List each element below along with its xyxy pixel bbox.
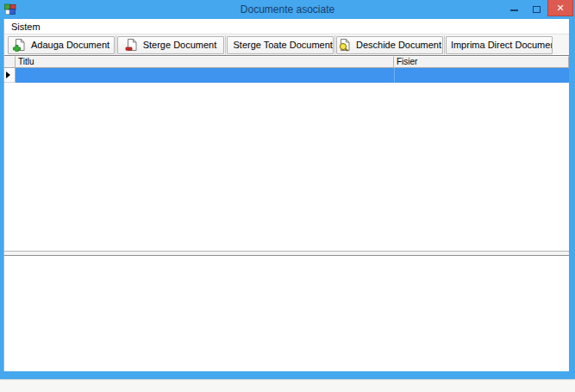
- documents-grid: Titlu Fisier: [4, 55, 569, 251]
- maximize-icon: [533, 6, 541, 13]
- button-label: Deschide Document: [356, 40, 441, 50]
- button-label: Adauga Document: [31, 40, 109, 50]
- menu-item-sistem[interactable]: Sistem: [4, 21, 47, 33]
- menubar: Sistem: [4, 19, 569, 34]
- sterge-toate-documentele-button[interactable]: Sterge Toate Documentele: [227, 36, 334, 54]
- toolbar-separator: [334, 35, 335, 55]
- table-row[interactable]: [4, 68, 569, 83]
- row-selector-header: [4, 56, 16, 68]
- close-icon: ✕: [556, 3, 564, 13]
- minimize-icon: [510, 9, 518, 11]
- document-open-icon: [338, 38, 352, 52]
- imprima-direct-documentul-button[interactable]: Imprima Direct Documentul: [446, 36, 553, 54]
- toolbar: Adauga Document Sterge Document Sterge: [4, 34, 569, 55]
- minimize-button[interactable]: [503, 0, 525, 16]
- desktop: { "colors": { "titlebar": "#45a7ee", "ti…: [0, 0, 575, 392]
- printer-icon: [446, 38, 447, 52]
- dialog-window: Documente asociate ✕ Sistem Adauga Docum…: [0, 0, 575, 379]
- toolbar-separator: [225, 35, 226, 55]
- button-label: Sterge Document: [143, 40, 217, 50]
- app-icon[interactable]: [3, 3, 17, 16]
- document-remove-icon: [125, 38, 139, 52]
- current-row-marker-icon: [6, 72, 10, 78]
- sterge-document-button[interactable]: Sterge Document: [117, 36, 224, 54]
- grid-header: Titlu Fisier: [4, 56, 569, 68]
- window-controls: ✕: [503, 0, 573, 16]
- grid-empty-area: [4, 83, 569, 251]
- row-selector-cell[interactable]: [4, 68, 16, 83]
- button-label: Sterge Toate Documentele: [233, 40, 334, 50]
- button-label: Imprima Direct Documentul: [451, 40, 553, 50]
- document-add-icon: [13, 38, 27, 52]
- preview-panel: [4, 256, 569, 371]
- window-title: Documente asociate: [0, 3, 575, 16]
- cell-titlu[interactable]: [16, 68, 394, 83]
- cell-fisier[interactable]: [394, 68, 569, 83]
- deschide-document-button[interactable]: Deschide Document: [336, 36, 443, 54]
- column-header-titlu[interactable]: Titlu: [16, 56, 394, 68]
- titlebar: Documente asociate ✕: [0, 0, 575, 19]
- document-remove-icon: [227, 38, 228, 52]
- column-header-fisier[interactable]: Fisier: [394, 56, 569, 68]
- maximize-button[interactable]: [525, 0, 547, 16]
- toolbar-separator: [444, 35, 445, 55]
- toolbar-separator: [116, 35, 116, 55]
- client-area: Sistem Adauga Document Sterge Docume: [3, 19, 569, 371]
- adauga-document-button[interactable]: Adauga Document: [8, 36, 115, 54]
- close-button[interactable]: ✕: [547, 0, 573, 16]
